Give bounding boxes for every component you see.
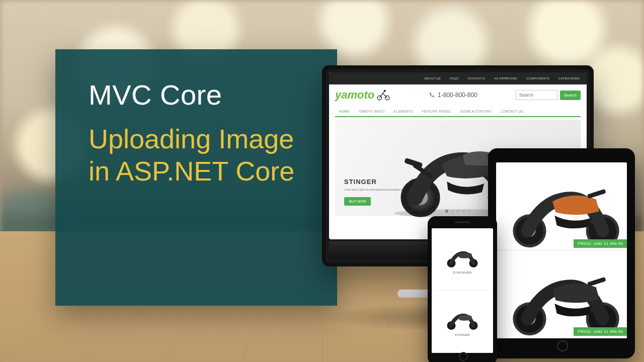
nav-home[interactable]: HOME (335, 107, 354, 117)
utility-nav: ABOUT US FAQS CONTACTS AS APPROVED COMPO… (329, 72, 587, 84)
site-logo[interactable]: yamoto (335, 88, 390, 102)
motorcycle-image (442, 245, 482, 269)
device-cluster: ABOUT US FAQS CONTACTS AS APPROVED COMPO… (322, 65, 629, 342)
search-button[interactable]: Search (560, 90, 581, 100)
svg-point-2 (384, 90, 386, 92)
tablet-screen: PRICE: USD 11 990.00 PRICE: USD 11 999.0… (496, 162, 627, 338)
product-card[interactable]: PRICE: USD 11 990.00 (496, 162, 627, 250)
utilnav-item[interactable]: CONTACTS (467, 77, 485, 80)
price-badge: PRICE: USD 11 990.00 (574, 239, 627, 248)
nav-item[interactable]: ELEMENTS (390, 107, 417, 116)
phone-number: 1-800-800-800 (429, 92, 477, 99)
utilnav-item[interactable]: CATEGORIES (558, 77, 580, 80)
cyclist-icon (376, 89, 390, 101)
utilnav-item[interactable]: AS APPROVED (494, 77, 517, 80)
product-list-item[interactable]: ZONGSHEN (432, 228, 493, 291)
card-subtitle: Uploading Image in ASP.NET Core (89, 123, 317, 187)
motorcycle-image (442, 307, 482, 331)
svg-rect-18 (587, 189, 606, 199)
title-card: MVC Core Uploading Image in ASP.NET Core (55, 49, 337, 306)
product-card[interactable]: PRICE: USD 11 999.00 (496, 250, 627, 338)
utilnav-item[interactable]: FAQS (450, 77, 458, 80)
svg-rect-25 (587, 277, 606, 287)
price-badge: PRICE: USD 11 999.00 (574, 327, 627, 336)
nav-item[interactable]: CONTACT US (497, 107, 528, 116)
phone-device: ZONGSHEN STINGER (428, 216, 497, 362)
product-label: ZONGSHEN (453, 271, 472, 274)
thumbnail-stage: MVC Core Uploading Image in ASP.NET Core… (0, 0, 644, 362)
search-input[interactable] (516, 90, 558, 100)
phone-icon (429, 92, 435, 98)
motorcycle-image (500, 254, 627, 338)
main-nav: HOME YAMOTO BIKES ELEMENTS FEATURE PAGES… (335, 107, 581, 117)
svg-point-0 (377, 96, 381, 100)
product-list-item[interactable]: STINGER (432, 291, 493, 353)
phone-screen: ZONGSHEN STINGER (432, 228, 493, 353)
nav-item[interactable]: JOOMLA CONTENT (456, 107, 496, 116)
tablet-device: PRICE: USD 11 990.00 PRICE: USD 11 999.0… (488, 148, 635, 358)
nav-item[interactable]: FEATURE PAGES (418, 107, 454, 116)
card-title: MVC Core (89, 78, 337, 111)
product-label: STINGER (455, 333, 470, 336)
nav-item[interactable]: YAMOTO BIKES (355, 107, 389, 116)
utilnav-item[interactable]: COMPONENTS (526, 77, 549, 80)
utilnav-item[interactable]: ABOUT US (424, 77, 441, 80)
